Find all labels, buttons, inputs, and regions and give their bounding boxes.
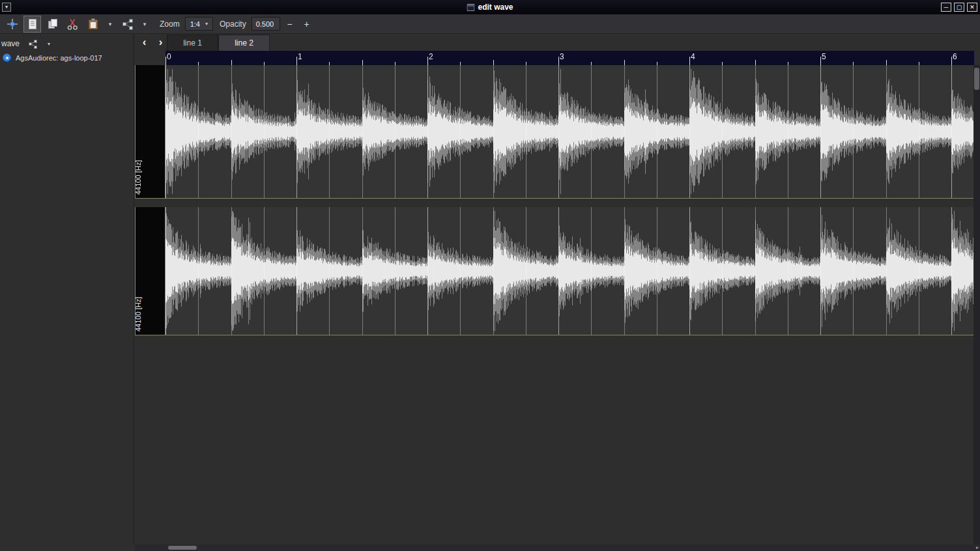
node-tool-icon xyxy=(27,38,38,49)
cut-button[interactable] xyxy=(64,16,81,33)
copy-button[interactable] xyxy=(44,16,61,33)
close-button[interactable]: ✕ xyxy=(967,3,977,12)
tab-scroll-forward-button[interactable]: › xyxy=(153,35,168,50)
paste-icon xyxy=(87,18,100,31)
ruler-number: 5 xyxy=(822,52,826,61)
horizontal-scrollbar[interactable]: ▸ xyxy=(135,544,980,551)
machine-sidebar: wave ▾ AgsAudiorec: ags-loop-017 xyxy=(0,34,134,544)
paste-button[interactable] xyxy=(84,16,102,33)
ruler-ticks xyxy=(166,51,974,65)
wave-label: wave xyxy=(1,39,20,48)
vertical-scrollbar-thumb[interactable] xyxy=(974,68,979,90)
window-title: edit wave xyxy=(478,3,513,12)
node-tool-icon xyxy=(121,18,134,31)
copy-icon xyxy=(46,18,59,31)
ruler-number: 0 xyxy=(167,52,171,61)
wave-channel-0: 44100 [Hz] xyxy=(135,65,974,199)
opacity-increase-button[interactable]: + xyxy=(300,17,314,31)
ruler-number: 3 xyxy=(560,52,564,61)
maximize-button[interactable]: ▢ xyxy=(954,3,964,12)
cut-icon xyxy=(66,18,79,31)
samplerate-label: 44100 [Hz] xyxy=(134,160,142,195)
machine-radio-selected[interactable] xyxy=(3,53,11,62)
tab-line-1[interactable]: line 1 xyxy=(167,35,218,51)
opacity-input[interactable]: 0.500 xyxy=(252,17,280,31)
ruler-number: 4 xyxy=(691,52,695,61)
main-area: wave ▾ AgsAudiorec: ags-loop-017 ‹ › xyxy=(0,34,980,544)
line-tabs: line 1 line 2 xyxy=(167,35,270,51)
opacity-label: Opacity xyxy=(220,20,246,29)
paste-dropdown-button[interactable]: ▾ xyxy=(105,16,115,33)
tab-scroll-back-button[interactable]: ‹ xyxy=(137,35,152,50)
tool-dropdown-button[interactable]: ▾ xyxy=(139,16,150,33)
ruler-number: 2 xyxy=(429,52,433,61)
vertical-scrollbar[interactable] xyxy=(973,65,980,544)
window-menu-button[interactable]: ▾ xyxy=(2,3,11,12)
time-ruler: 0123456 xyxy=(166,51,974,65)
tool-popup-button[interactable] xyxy=(119,16,136,33)
machine-radio-row[interactable]: AgsAudiorec: ags-loop-017 xyxy=(0,51,134,64)
titlebar: ▾ edit wave ─ ▢ ✕ xyxy=(0,0,980,14)
ruler-number: 6 xyxy=(953,52,957,61)
samplerate-strip: 44100 [Hz] xyxy=(136,65,166,198)
machine-label: AgsAudiorec: ags-loop-017 xyxy=(16,54,102,62)
zoom-value: 1:4 xyxy=(190,20,200,28)
wave-channel-1: 44100 [Hz] xyxy=(135,207,974,335)
position-cursor-button[interactable] xyxy=(3,16,21,33)
scroll-right-icon[interactable]: ▸ xyxy=(976,544,979,551)
ruler-number: 1 xyxy=(298,52,302,61)
zoom-label: Zoom xyxy=(160,20,180,29)
zoom-combo[interactable]: 1:4 ▾ xyxy=(185,17,213,31)
edit-wave-window: ▾ edit wave ─ ▢ ✕ xyxy=(0,0,980,551)
chevron-down-icon: ▾ xyxy=(48,41,50,47)
position-cursor-icon xyxy=(6,18,19,31)
wave-selector[interactable]: wave ▾ xyxy=(0,34,134,51)
wave-editor: ‹ › line 1 line 2 0123456 44100 [Hz] 441… xyxy=(135,34,980,544)
select-tool-button[interactable] xyxy=(23,16,41,33)
samplerate-strip: 44100 [Hz] xyxy=(136,207,166,335)
horizontal-scrollbar-thumb[interactable] xyxy=(168,546,197,550)
wave-toolbar: ▾ ▾ Zoom 1:4 ▾ Opacity 0.500 − + xyxy=(0,14,980,34)
waveform-canvas-0[interactable] xyxy=(166,65,974,198)
chevron-down-icon: ▾ xyxy=(205,21,208,27)
select-tool-icon xyxy=(26,18,39,31)
tab-line-2[interactable]: line 2 xyxy=(218,35,270,51)
opacity-decrease-button[interactable]: − xyxy=(283,17,297,31)
waveform-canvas-1[interactable] xyxy=(166,207,974,335)
minimize-button[interactable]: ─ xyxy=(941,3,951,12)
window-icon xyxy=(467,4,474,11)
samplerate-label: 44100 [Hz] xyxy=(134,297,142,332)
window-controls: ─ ▢ ✕ xyxy=(941,3,977,12)
window-title-area: edit wave xyxy=(467,0,513,14)
